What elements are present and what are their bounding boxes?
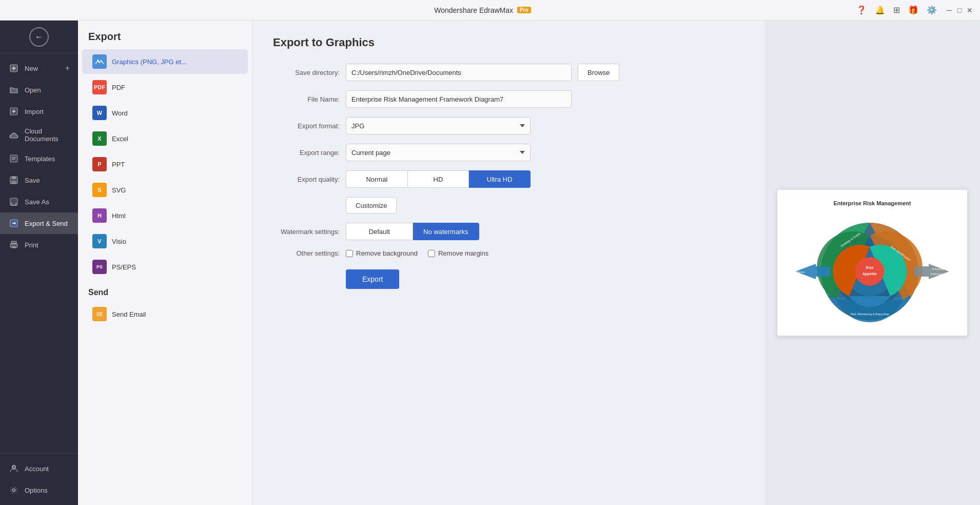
customize-button[interactable]: Customize [346, 197, 397, 213]
gift-icon[interactable]: 🎁 [908, 5, 918, 15]
export-item-html[interactable]: H Html [82, 203, 248, 228]
form-title: Export to Graphics [273, 36, 744, 49]
svg-marker-29 [929, 264, 949, 279]
sidebar-item-export[interactable]: Export & Send [0, 212, 78, 234]
svg-point-23 [855, 257, 884, 286]
sidebar-bottom: Account Options [0, 453, 78, 505]
titlebar-right-icons: ❓ 🔔 ⊞ 🎁 ⚙️ [856, 5, 937, 15]
watermark-none-button[interactable]: No watermarks [413, 223, 480, 240]
sidebar-item-label-new: New [25, 65, 38, 72]
apps-icon[interactable]: ⊞ [893, 5, 900, 15]
file-name-label: File Name: [273, 95, 340, 103]
watermark-default-button[interactable]: Default [346, 223, 413, 240]
export-item-excel[interactable]: X Excel [82, 126, 248, 151]
export-btn-row: Export [346, 269, 744, 289]
svg-rect-8 [12, 177, 16, 179]
sidebar-item-label-options: Options [25, 487, 48, 494]
svg-rect-12 [11, 241, 16, 244]
svg-icon: S [92, 183, 107, 197]
sidebar-item-saveas[interactable]: Save As [0, 191, 78, 212]
sidebar-item-label-print: Print [25, 241, 38, 249]
pseps-icon: PS [92, 260, 107, 274]
back-button[interactable]: ← [29, 27, 49, 47]
browse-button[interactable]: Browse [578, 64, 619, 81]
quality-normal-button[interactable]: Normal [346, 170, 408, 188]
sidebar-item-label-cloud: Cloud Documents [25, 127, 70, 143]
quality-hd-button[interactable]: HD [408, 170, 469, 188]
remove-background-label: Remove background [356, 249, 418, 257]
close-button[interactable]: ✕ [966, 6, 974, 14]
remove-margins-input[interactable] [428, 250, 435, 257]
svg-point-15 [12, 465, 16, 469]
sidebar-item-new[interactable]: New + [0, 57, 78, 79]
excel-icon: X [92, 131, 107, 146]
sidebar-item-label-open: Open [25, 86, 41, 94]
quality-ultrahd-button[interactable]: Ultra HD [469, 170, 531, 188]
export-item-label-html: Html [112, 212, 126, 220]
new-icon [8, 63, 19, 74]
export-icon [8, 218, 19, 229]
export-panel: Export Graphics (PNG, JPG et... PDF PDF … [78, 21, 252, 505]
sidebar-item-label-saveas: Save As [25, 198, 49, 206]
svg-rect-14 [12, 246, 16, 248]
export-format-label: Export format: [273, 122, 340, 130]
export-item-pseps[interactable]: PS PS/EPS [82, 255, 248, 279]
remove-margins-checkbox[interactable]: Remove margins [428, 249, 488, 257]
export-item-graphics[interactable]: Graphics (PNG, JPG et... [82, 49, 248, 74]
sidebar-item-templates[interactable]: Templates [0, 148, 78, 169]
export-quality-row: Export quality: Normal HD Ultra HD [273, 170, 744, 188]
svg-rect-27 [816, 266, 830, 277]
sidebar-item-label-export: Export & Send [25, 220, 68, 227]
export-item-word[interactable]: W Word [82, 101, 248, 125]
sidebar-item-cloud[interactable]: Cloud Documents [0, 122, 78, 148]
send-email-item[interactable]: ✉ Send Email [82, 302, 248, 326]
sidebar-item-open[interactable]: Open [0, 79, 78, 101]
settings-icon[interactable]: ⚙️ [927, 5, 937, 15]
other-settings-label: Other settings: [273, 249, 340, 257]
svg-text:Enhanced: Enhanced [932, 267, 944, 270]
export-item-ppt[interactable]: P PPT [82, 152, 248, 177]
help-icon[interactable]: ❓ [856, 5, 867, 15]
export-panel-title: Export [78, 21, 252, 49]
svg-rect-30 [914, 266, 929, 277]
account-icon [8, 463, 19, 474]
export-item-label-svg: SVG [112, 186, 126, 194]
export-range-select[interactable]: Current page All pages Selected objects [346, 144, 531, 161]
svg-point-16 [12, 489, 15, 492]
html-icon: H [92, 208, 107, 223]
file-name-input[interactable] [346, 90, 572, 108]
notification-icon[interactable]: 🔔 [875, 5, 885, 15]
export-item-pdf[interactable]: PDF PDF [82, 75, 248, 100]
cloud-icon [8, 129, 19, 141]
remove-background-checkbox[interactable]: Remove background [346, 249, 418, 257]
export-item-svg[interactable]: S SVG [82, 178, 248, 202]
export-item-label-pseps: PS/EPS [112, 263, 136, 271]
save-directory-input[interactable] [346, 64, 572, 81]
export-item-visio[interactable]: V Visio [82, 229, 248, 254]
app-name: Wondershare EdrawMax [434, 6, 513, 14]
sidebar-item-label-import: Import [25, 108, 44, 115]
sidebar-item-options[interactable]: Options [0, 479, 78, 501]
pdf-icon: PDF [92, 80, 107, 94]
preview-card: Enterprise Risk Management [777, 190, 967, 336]
sidebar-item-account[interactable]: Account [0, 458, 78, 479]
remove-background-input[interactable] [346, 250, 353, 257]
maximize-button[interactable]: □ [955, 6, 964, 14]
svg-text:Appetite: Appetite [863, 272, 877, 276]
other-settings-checkboxes: Remove background Remove margins [346, 249, 531, 257]
export-button[interactable]: Export [346, 269, 399, 289]
export-item-label-pdf: PDF [112, 84, 125, 91]
email-icon: ✉ [92, 307, 107, 321]
sidebar-item-import[interactable]: Import [0, 101, 78, 122]
graphics-icon [92, 54, 107, 69]
export-quality-label: Export quality: [273, 176, 340, 183]
sidebar-item-print[interactable]: Print [0, 234, 78, 256]
sidebar-item-save[interactable]: Save [0, 169, 78, 191]
svg-text:Mission: Mission [796, 270, 805, 274]
svg-rect-4 [10, 155, 17, 162]
export-format-select[interactable]: JPG PNG BMP TIFF GIF [346, 117, 531, 134]
minimize-button[interactable]: ─ [945, 6, 953, 14]
erm-diagram: Risk Appetite Mission Enhanced Performan… [790, 212, 954, 325]
watermark-label: Watermark settings: [273, 228, 340, 236]
sidebar-nav: New + Open Import [0, 53, 78, 453]
